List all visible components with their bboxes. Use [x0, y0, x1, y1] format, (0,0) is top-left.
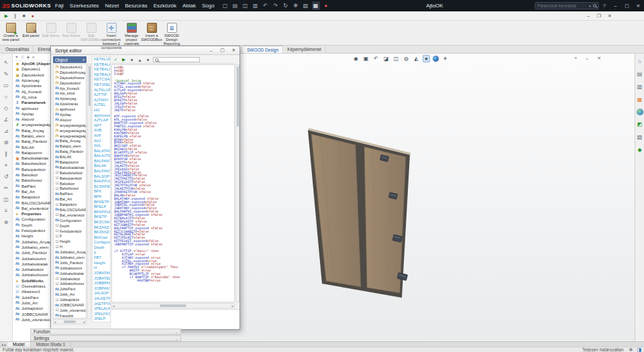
keyword-item[interactable]: BhfCsel	[93, 235, 110, 241]
object-list-item[interactable]: anyagvastagság3	[54, 133, 86, 139]
tree-item[interactable]: Jobbalsó_elem	[13, 245, 51, 250]
tree-item[interactable]: Height	[13, 233, 51, 239]
object-list-item[interactable]: Balajtószint	[54, 160, 86, 165]
display-style-icon[interactable]: ◍	[402, 55, 410, 62]
object-list-item[interactable]: JOBBCSAVAR	[54, 302, 86, 308]
keyword-item[interactable]: ajtóhossz	[93, 113, 110, 119]
menu-item[interactable]: Fájl	[55, 3, 64, 9]
keyword-item[interactable]: BALPANTKI	[93, 159, 110, 164]
keyword-item[interactable]: AJTEL	[93, 103, 110, 108]
tabs-scroll-right-icon[interactable]: ▸	[5, 343, 7, 347]
options-icon[interactable]: ✻	[292, 1, 300, 10]
tree-item[interactable]: Balajtószint	[13, 150, 51, 156]
macro-record-icon[interactable]: ●	[28, 12, 37, 20]
resources-icon[interactable]: ⌂	[636, 58, 643, 65]
tree-item[interactable]: Jobbajtóköz	[13, 306, 51, 311]
object-list-item[interactable]: Bal_elszámköz	[54, 213, 86, 218]
script-search-input[interactable]	[160, 58, 198, 62]
keyword-item[interactable]: KETALUKKET	[93, 57, 110, 62]
object-list-item[interactable]: BalPánt	[54, 191, 86, 196]
tree-item[interactable]: Properties	[13, 211, 51, 217]
collapse-pane-icon[interactable]: «	[574, 56, 577, 61]
command-search[interactable]: ▾	[535, 2, 599, 9]
tree-item[interactable]: Jobb_elszámköz	[13, 317, 51, 322]
object-list-vscrollbar[interactable]	[87, 64, 91, 319]
trim-icon[interactable]: ✂	[2, 184, 11, 192]
object-list-item[interactable]: Bal_Art	[54, 196, 86, 202]
keyword-item[interactable]: AVF	[93, 133, 110, 139]
tree-item[interactable]: Záptuskó1	[13, 66, 51, 72]
tree-item[interactable]: Depth	[13, 223, 51, 228]
macro-run-icon[interactable]: ▶	[2, 12, 11, 20]
swood-pane-icon[interactable]: ◆	[636, 146, 643, 154]
doc-close-icon[interactable]: ✕	[606, 13, 613, 19]
ribbon-button[interactable]: Create a new panel	[1, 21, 21, 43]
keyword-item[interactable]: JFELP	[93, 316, 110, 322]
menu-item[interactable]: Súgó	[202, 3, 215, 9]
keyword-item[interactable]: BALAJTEL	[93, 154, 110, 159]
tree-item[interactable]: Balsófelsőköz	[13, 161, 51, 166]
ribbon-button[interactable]: Insert connectors between 2 components	[101, 21, 121, 51]
object-list-item[interactable]: Balsófelsőköz	[54, 170, 86, 176]
maximize-icon[interactable]: ▢	[621, 0, 633, 11]
tree-item[interactable]: Alsóviz	[13, 117, 51, 122]
tree-item[interactable]: Bal_elszámköz	[13, 206, 51, 211]
add-icon[interactable]: ⊕	[2, 219, 11, 226]
object-list-item[interactable]: Ajs_Kozault	[54, 86, 86, 91]
ribbon-button[interactable]: Insert a SWOODBox	[142, 21, 162, 43]
tree-item[interactable]: Jobbalsókialak	[13, 261, 51, 267]
design-library-icon[interactable]: ▤	[636, 70, 643, 78]
tree-item[interactable]: Balsóhossz	[13, 178, 51, 183]
object-list-item[interactable]: Configuration	[54, 218, 86, 223]
keyword-item[interactable]: KETBALFELKET	[93, 72, 110, 78]
pin-pane-icon[interactable]: ⌄	[585, 56, 589, 61]
object-list-item[interactable]: Jobb_elszámköz	[54, 308, 86, 313]
tree-item[interactable]: AjtoOK (Alapért.)	[13, 61, 51, 66]
tree-filter-icon[interactable]: ▽	[21, 55, 23, 59]
ribbon-button[interactable]: Manage project materials	[121, 21, 142, 47]
object-list-item[interactable]: Záptuskóhossz	[54, 75, 86, 80]
document-tab[interactable]: Motion Study 1	[31, 342, 71, 347]
doc-minimize-icon[interactable]: ‒	[585, 13, 592, 19]
keyword-item[interactable]: AVJ	[93, 139, 110, 144]
search-dropdown-icon[interactable]: ▾	[589, 4, 591, 8]
keyword-item[interactable]: HG	[93, 108, 110, 113]
keyword-item[interactable]: BFK	[93, 189, 110, 194]
tree-pin-icon[interactable]: ◆	[27, 55, 30, 59]
tree-item[interactable]: Jobbalsóköz	[13, 267, 51, 272]
code-hscrollbar[interactable]: ◂▸	[111, 303, 235, 308]
macro-stop-icon[interactable]: ■	[19, 12, 28, 20]
object-list-item[interactable]: Balajtó_elem	[54, 143, 86, 149]
object-list-item[interactable]: Ajtóanyag	[54, 96, 86, 101]
macro-pause-icon[interactable]: ∥	[11, 12, 19, 20]
chevron-down-icon[interactable]: ⌄	[175, 337, 178, 341]
filter-icon[interactable]: ▼	[129, 57, 135, 63]
menu-item[interactable]: Szerkesztés	[70, 3, 99, 9]
menu-item[interactable]: Beszúrás	[125, 3, 147, 9]
command-tab[interactable]: SWOOD Design	[243, 46, 283, 53]
object-list-item[interactable]: Ajs_tolva	[54, 91, 86, 96]
object-list-hscrollbar[interactable]: ◂▸	[53, 319, 87, 325]
tree-item[interactable]: Paraméterek	[13, 100, 51, 105]
object-list-item[interactable]: H	[54, 244, 86, 249]
tree-item[interactable]: Alj_Kozault	[13, 89, 51, 94]
task-pane-toggle-icon[interactable]: ◨	[637, 347, 641, 352]
tree-item[interactable]: Balajtóköz	[13, 194, 51, 200]
status-options-icon[interactable]: ✻	[629, 347, 633, 352]
object-list-item[interactable]: Jobbajtóköz	[54, 297, 86, 302]
object-list-item[interactable]: Ajtólap	[54, 112, 86, 117]
grid-icon[interactable]: ≡	[2, 207, 11, 215]
tree-item[interactable]: Configuration	[13, 217, 51, 222]
ribbon-button[interactable]: New frame	[61, 21, 81, 39]
keyword-item[interactable]: JALKETPFUR	[93, 296, 110, 302]
keyword-item[interactable]: JKETPTALPFUR	[93, 302, 110, 307]
tree-item[interactable]: Jobb_Pántköz	[13, 250, 51, 255]
object-list-item[interactable]: Jobbalsókialak	[54, 271, 86, 276]
pattern-icon[interactable]: ⊞	[2, 139, 11, 146]
document-tab[interactable]: Model	[7, 342, 31, 347]
object-list-item[interactable]: Balsóhossz	[54, 186, 86, 191]
object-list-item[interactable]: Jobb_Art	[54, 292, 86, 297]
tree-item[interactable]: Záptuskóköz	[13, 72, 51, 78]
tree-item[interactable]: ajtóhossz	[13, 105, 51, 111]
object-list-item[interactable]: ZáptuskóAnyag	[54, 70, 86, 75]
